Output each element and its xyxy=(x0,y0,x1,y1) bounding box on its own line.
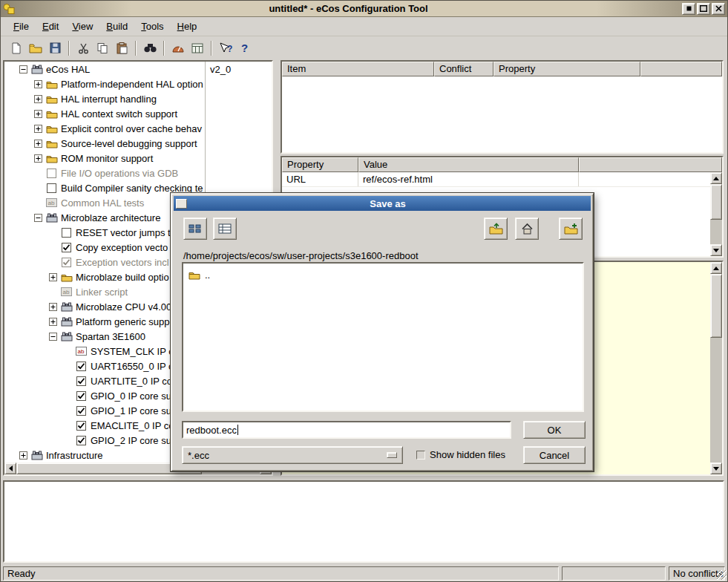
view-icons-button[interactable] xyxy=(183,218,207,240)
folder-icon xyxy=(45,124,58,134)
packages-button[interactable] xyxy=(188,39,207,58)
close-button[interactable] xyxy=(712,3,725,15)
tree-item-platform-independent-hal-option[interactable]: Platform-independent HAL option xyxy=(4,76,205,91)
home-button[interactable] xyxy=(515,218,539,240)
tree-item-source-level-debugging-support[interactable]: Source-level debugging support xyxy=(4,136,205,151)
tree-item-label: Exception vectors incl xyxy=(76,257,169,268)
help-button[interactable]: ? xyxy=(235,39,255,58)
tree-item-hal-context-switch-support[interactable]: HAL context switch support xyxy=(4,106,205,121)
column-header-property[interactable]: Property xyxy=(282,157,358,172)
tree-item-label: Platform generic suppo xyxy=(76,316,175,327)
menu-tools[interactable]: Tools xyxy=(134,19,170,34)
vscrollbar-thumb[interactable] xyxy=(710,274,722,338)
column-header-item[interactable]: Item xyxy=(282,62,434,76)
up-directory-button[interactable] xyxy=(484,218,508,240)
column-header-conflict[interactable]: Conflict xyxy=(434,62,493,76)
minimize-button[interactable] xyxy=(682,3,695,15)
run-tests-button[interactable] xyxy=(168,39,188,58)
checkbox-unchecked-icon[interactable] xyxy=(45,169,58,178)
folder-icon xyxy=(45,79,58,89)
checkbox-unchecked-icon[interactable] xyxy=(60,228,73,238)
folder-icon xyxy=(45,109,58,119)
menu-file[interactable]: File xyxy=(7,19,36,34)
open-file-button[interactable] xyxy=(26,39,45,58)
save-file-button[interactable] xyxy=(45,39,65,58)
folder-icon xyxy=(45,94,58,104)
up-arrow-icon xyxy=(713,267,719,270)
new-folder-button[interactable] xyxy=(559,218,583,240)
collapse-icon[interactable] xyxy=(49,333,57,341)
tree-item-explicit-control-over-cache-behav[interactable]: Explicit control over cache behav xyxy=(4,121,205,136)
checkbox-checked-icon[interactable] xyxy=(75,391,88,401)
expand-icon[interactable] xyxy=(49,318,57,326)
checkbox-checked-icon[interactable] xyxy=(75,406,88,416)
expand-icon[interactable] xyxy=(34,80,42,88)
menu-help[interactable]: Help xyxy=(171,19,204,34)
titlebar[interactable]: untitled* - eCos Configuration Tool xyxy=(1,1,727,17)
context-help-button[interactable]: ? xyxy=(216,39,235,58)
documentation-scrollbar[interactable] xyxy=(710,262,722,474)
filter-dropdown[interactable]: *.ecc xyxy=(182,446,403,464)
scroll-down-button[interactable] xyxy=(710,462,722,474)
new-file-button[interactable] xyxy=(7,39,26,58)
file-list[interactable]: .. xyxy=(182,262,584,412)
menu-edit[interactable]: Edit xyxy=(36,19,65,34)
filter-value: *.ecc xyxy=(188,450,209,461)
cut-button[interactable] xyxy=(73,39,93,58)
dialog-window-icon[interactable] xyxy=(176,199,187,209)
checkbox-checked-icon[interactable] xyxy=(75,362,88,371)
output-pane[interactable] xyxy=(3,480,724,563)
package-icon xyxy=(30,451,43,460)
checkbox-box xyxy=(76,436,86,445)
scroll-up-button[interactable] xyxy=(710,172,722,184)
scroll-up-button[interactable] xyxy=(710,262,722,274)
tree-item-ecos-hal[interactable]: eCos HAL xyxy=(4,62,205,76)
toolbar-separator xyxy=(68,41,70,56)
column-header-property[interactable]: Property xyxy=(493,62,640,76)
collapse-icon[interactable] xyxy=(19,65,27,73)
filename-input[interactable]: redboot.ecc xyxy=(182,421,511,439)
menu-build[interactable]: Build xyxy=(99,19,134,34)
expand-icon[interactable] xyxy=(34,140,42,148)
resize-grip[interactable] xyxy=(717,570,727,580)
collapse-icon[interactable] xyxy=(34,214,42,222)
checkbox-checked-icon[interactable] xyxy=(60,258,73,267)
scroll-left-button[interactable] xyxy=(4,462,16,474)
show-hidden-checkbox[interactable] xyxy=(416,451,425,460)
copy-button[interactable] xyxy=(93,39,112,58)
expand-icon[interactable] xyxy=(34,154,42,163)
menu-view[interactable]: View xyxy=(65,19,99,34)
expand-icon[interactable] xyxy=(49,303,57,311)
dialog-title: Save as xyxy=(187,198,588,209)
conflicts-header: ItemConflictProperty xyxy=(282,62,722,76)
expand-icon[interactable] xyxy=(34,95,42,103)
dialog-titlebar[interactable]: Save as xyxy=(174,196,591,211)
tree-item-hal-interrupt-handling[interactable]: HAL interrupt handling xyxy=(4,91,205,106)
checkbox-checked-icon[interactable] xyxy=(75,436,88,445)
paste-button[interactable] xyxy=(112,39,131,58)
maximize-button[interactable] xyxy=(697,3,710,15)
tree-item-file-i-o-operations-via-gdb[interactable]: File I/O operations via GDB xyxy=(4,166,205,180)
file-entry[interactable]: .. xyxy=(188,268,578,281)
property-row[interactable]: URLref/ecos-ref.html xyxy=(282,172,722,187)
properties-scrollbar[interactable] xyxy=(710,172,722,256)
column-header-filler xyxy=(640,62,722,76)
expand-icon[interactable] xyxy=(34,125,42,133)
view-details-button[interactable] xyxy=(213,218,237,240)
tree-item-rom-monitor-support[interactable]: ROM monitor support xyxy=(4,151,205,166)
checkbox-checked-icon[interactable] xyxy=(60,243,73,252)
checkbox-unchecked-icon[interactable] xyxy=(45,183,58,193)
expand-icon[interactable] xyxy=(34,110,42,118)
cancel-button[interactable]: Cancel xyxy=(523,446,586,464)
column-header-value[interactable]: Value xyxy=(358,157,579,172)
vscrollbar-thumb[interactable] xyxy=(710,184,722,220)
checkbox-checked-icon[interactable] xyxy=(75,376,88,386)
doc-icon: ab xyxy=(45,198,58,207)
find-button[interactable] xyxy=(140,39,160,58)
expand-icon[interactable] xyxy=(49,273,57,281)
scroll-down-button[interactable] xyxy=(710,244,722,256)
properties-body[interactable]: URLref/ecos-ref.html xyxy=(282,172,722,187)
ok-button[interactable]: OK xyxy=(523,421,586,439)
expand-icon[interactable] xyxy=(19,451,27,460)
checkbox-checked-icon[interactable] xyxy=(75,421,88,431)
